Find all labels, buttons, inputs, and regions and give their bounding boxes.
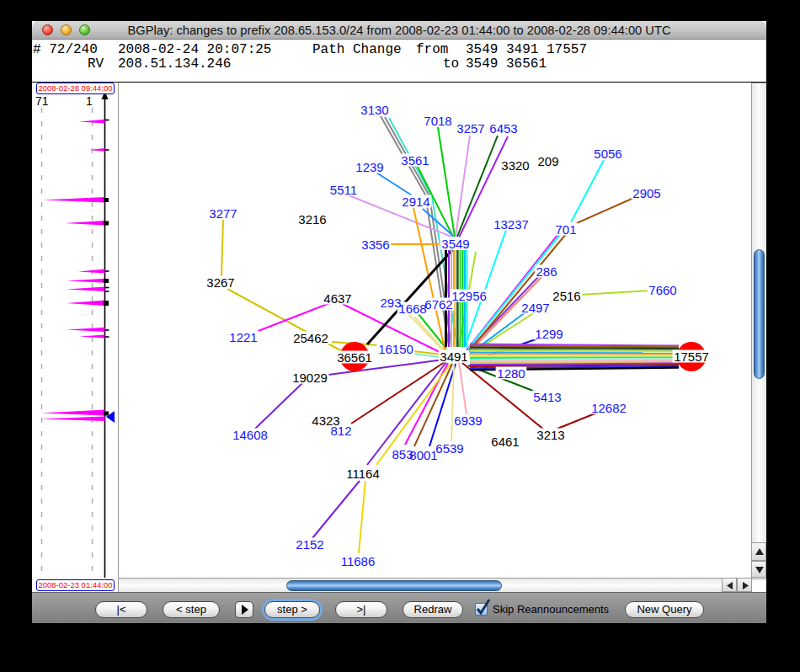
svg-text:12956: 12956 <box>451 289 487 303</box>
svg-text:12682: 12682 <box>591 401 627 415</box>
svg-text:1239: 1239 <box>355 160 383 174</box>
svg-text:6762: 6762 <box>424 297 452 312</box>
svg-text:3277: 3277 <box>209 206 237 221</box>
svg-text:71: 71 <box>35 94 49 108</box>
svg-text:11164: 11164 <box>346 467 380 481</box>
svg-text:1280: 1280 <box>497 366 525 381</box>
svg-text:25462: 25462 <box>293 331 328 345</box>
svg-text:3213: 3213 <box>536 428 564 442</box>
svg-text:7018: 7018 <box>424 114 451 128</box>
svg-text:1668: 1668 <box>398 301 426 316</box>
svg-text:8001: 8001 <box>409 448 437 462</box>
svg-text:2152: 2152 <box>296 537 323 552</box>
svg-text:2905: 2905 <box>632 186 660 200</box>
svg-text:286: 286 <box>536 264 557 279</box>
svg-text:2516: 2516 <box>552 289 580 303</box>
svg-text:209: 209 <box>537 154 558 168</box>
svg-text:1221: 1221 <box>229 330 257 344</box>
svg-text:14608: 14608 <box>232 428 268 442</box>
svg-text:6453: 6453 <box>489 121 517 136</box>
svg-text:6539: 6539 <box>435 441 463 456</box>
svg-text:3267: 3267 <box>206 275 234 290</box>
svg-text:2914: 2914 <box>402 195 429 209</box>
svg-text:16150: 16150 <box>378 342 413 356</box>
svg-text:17557: 17557 <box>674 349 709 364</box>
svg-text:7660: 7660 <box>648 283 676 297</box>
svg-text:3491: 3491 <box>440 349 467 364</box>
svg-text:812: 812 <box>330 424 351 438</box>
svg-text:19029: 19029 <box>292 371 328 385</box>
svg-text:11686: 11686 <box>341 554 376 568</box>
svg-text:4637: 4637 <box>323 291 351 306</box>
svg-text:3549: 3549 <box>441 237 469 251</box>
svg-text:5056: 5056 <box>594 147 621 161</box>
svg-text:5511: 5511 <box>330 183 357 197</box>
svg-text:13237: 13237 <box>493 217 529 232</box>
svg-text:1299: 1299 <box>535 327 563 341</box>
svg-text:36561: 36561 <box>337 350 372 365</box>
svg-text:3320: 3320 <box>501 158 529 173</box>
svg-text:2497: 2497 <box>521 301 549 315</box>
svg-text:5413: 5413 <box>533 390 561 404</box>
svg-text:6461: 6461 <box>491 435 519 449</box>
svg-text:3356: 3356 <box>361 237 389 252</box>
svg-text:3561: 3561 <box>401 153 429 168</box>
svg-text:6939: 6939 <box>454 413 482 428</box>
svg-text:3257: 3257 <box>456 121 484 136</box>
svg-text:1: 1 <box>86 94 93 108</box>
svg-text:701: 701 <box>555 222 576 237</box>
svg-text:3216: 3216 <box>298 212 326 227</box>
svg-text:3130: 3130 <box>360 103 388 117</box>
